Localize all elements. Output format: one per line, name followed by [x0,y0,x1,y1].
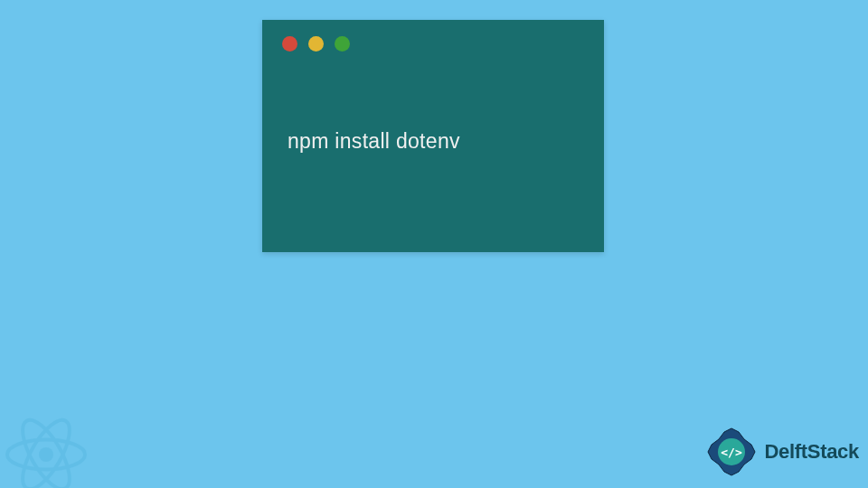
svg-text:</>: </> [722,446,743,459]
terminal-window: npm install dotenv [262,20,604,252]
react-watermark-icon [5,414,87,488]
terminal-command: npm install dotenv [262,68,604,215]
delftstack-logo: </> DelftStack [704,425,859,479]
delftstack-brand-text: DelftStack [764,440,859,464]
window-controls [262,20,604,68]
svg-point-0 [39,447,53,462]
minimize-dot-icon [308,36,324,52]
delftstack-badge-icon: </> [704,425,759,479]
maximize-dot-icon [335,36,350,52]
close-dot-icon [282,36,297,52]
